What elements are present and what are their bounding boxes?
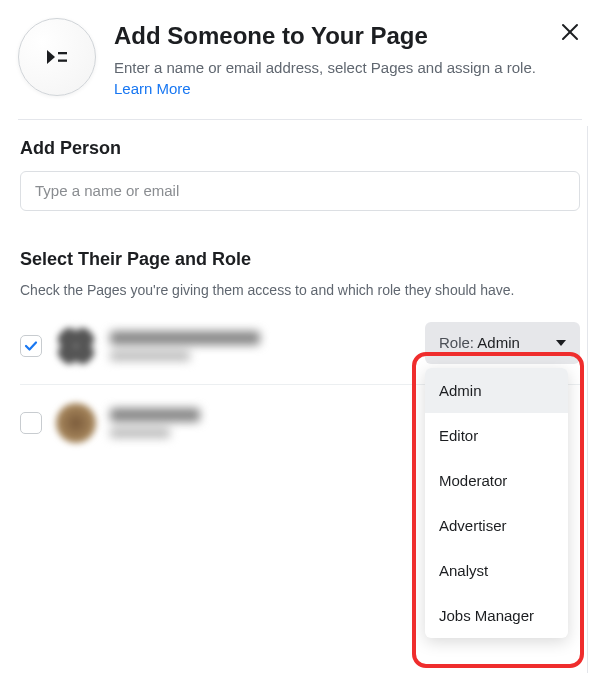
select-section-title: Select Their Page and Role xyxy=(20,249,580,270)
header-text: Add Someone to Your Page Enter a name or… xyxy=(114,18,540,99)
select-section-description: Check the Pages you're giving them acces… xyxy=(20,282,580,298)
page-checkbox[interactable] xyxy=(20,335,42,357)
page-checkbox[interactable] xyxy=(20,412,42,434)
role-option-advertiser[interactable]: Advertiser xyxy=(425,503,568,548)
page-row: Role: Admin Admin Editor Moderator Adver… xyxy=(20,316,580,376)
role-option-admin[interactable]: Admin xyxy=(425,368,568,413)
close-button[interactable] xyxy=(558,20,582,44)
role-label: Role: Admin xyxy=(439,334,520,351)
learn-more-link[interactable]: Learn More xyxy=(114,80,191,97)
add-person-section: Add Person xyxy=(0,120,600,219)
svg-rect-1 xyxy=(58,52,67,54)
role-dropdown-menu: Admin Editor Moderator Advertiser Analys… xyxy=(425,368,568,638)
role-option-editor[interactable]: Editor xyxy=(425,413,568,458)
page-avatar xyxy=(56,326,96,366)
subtitle-text: Enter a name or email address, select Pa… xyxy=(114,59,536,76)
modal-title: Add Someone to Your Page xyxy=(114,22,540,51)
role-option-jobs-manager[interactable]: Jobs Manager xyxy=(425,593,568,638)
check-icon xyxy=(24,339,38,353)
person-input[interactable] xyxy=(20,171,580,211)
role-dropdown-trigger[interactable]: Role: Admin xyxy=(425,322,580,364)
role-option-moderator[interactable]: Moderator xyxy=(425,458,568,503)
select-page-role-section: Select Their Page and Role Check the Pag… xyxy=(0,219,600,461)
modal-subtitle: Enter a name or email address, select Pa… xyxy=(114,57,540,99)
role-option-analyst[interactable]: Analyst xyxy=(425,548,568,593)
page-role-icon xyxy=(45,48,69,66)
svg-rect-2 xyxy=(58,60,67,62)
close-icon xyxy=(561,23,579,41)
svg-marker-0 xyxy=(47,50,55,64)
modal-header: Add Someone to Your Page Enter a name or… xyxy=(0,0,600,113)
add-person-title: Add Person xyxy=(20,138,580,159)
page-avatar xyxy=(56,403,96,443)
role-selector: Role: Admin Admin Editor Moderator Adver… xyxy=(425,322,580,364)
right-border xyxy=(587,126,588,673)
header-avatar xyxy=(18,18,96,96)
chevron-down-icon xyxy=(556,340,566,346)
